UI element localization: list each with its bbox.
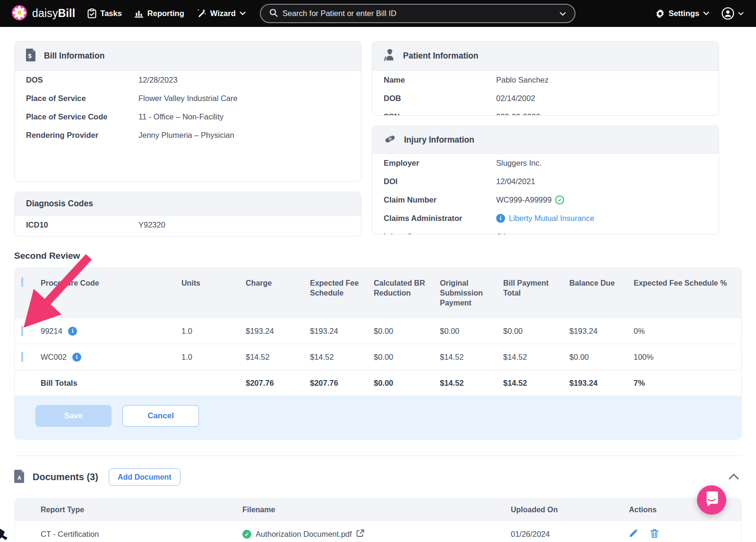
doc-col-uploaded-on: Uploaded On xyxy=(511,506,629,514)
svg-text:A: A xyxy=(17,475,21,481)
edit-pencil-icon[interactable] xyxy=(629,529,638,540)
row-checkbox-99214[interactable] xyxy=(21,326,23,336)
reporting-chart-icon xyxy=(134,9,144,18)
injury-field-doi: DOI 12/04/2021 xyxy=(372,172,719,191)
injury-field-injury-state: Injury State CA xyxy=(372,228,719,235)
col-calculated-br-reduction: Calculated BR Reduction xyxy=(374,278,440,298)
delete-trash-icon[interactable] xyxy=(650,529,659,540)
save-button[interactable]: Save xyxy=(35,405,112,427)
procedure-code-wc002: WC002 xyxy=(41,353,67,362)
col-expected-fee-schedule-pct: Expected Fee Schedule % xyxy=(634,278,741,288)
wizard-chevron-down-icon xyxy=(240,11,246,16)
claim-verified-check-icon: ✓ xyxy=(555,195,564,204)
bill-totals-row: Bill Totals $207.76 $207.76 $0.00 $14.52… xyxy=(15,370,741,396)
injury-information-title: Injury Information xyxy=(404,135,474,145)
injury-field-claim-number: Claim Number WC999-A99999 ✓ xyxy=(372,191,719,209)
search-chevron-down-icon[interactable] xyxy=(559,9,566,18)
select-all-checkbox[interactable] xyxy=(21,277,23,287)
patient-information-title: Patient Information xyxy=(403,51,478,61)
wizard-wand-icon xyxy=(197,8,206,18)
col-original-submission-payment: Original Submission Payment xyxy=(440,278,503,308)
search-icon xyxy=(269,8,278,19)
bill-field-place-of-service: Place of Service Flower Valley Industria… xyxy=(15,89,361,108)
claims-admin-info-icon[interactable]: i xyxy=(496,214,505,223)
gear-icon xyxy=(655,9,665,18)
col-units: Units xyxy=(181,278,246,288)
mouse-cursor-artifact xyxy=(0,526,12,542)
daisy-flower-icon xyxy=(11,5,27,23)
doc-col-actions: Actions xyxy=(629,506,741,514)
chat-launcher-button[interactable] xyxy=(697,485,726,515)
bill-information-card: $ Bill Information DOS 12/28/2023 Place … xyxy=(14,41,361,182)
documents-header-row: Report Type Filename Uploaded On Actions xyxy=(15,499,741,521)
bill-field-dos: DOS 12/28/2023 xyxy=(15,71,361,89)
search-placeholder: Search for Patient or enter Bill ID xyxy=(283,9,555,18)
bandage-icon xyxy=(384,133,396,146)
col-charge: Charge xyxy=(246,278,310,288)
procedure-info-icon[interactable]: i xyxy=(68,327,77,336)
patient-information-card: Patient Information Name Pablo Sanchez D… xyxy=(372,41,719,116)
claims-admin-link[interactable]: Liberty Mutual Insurance xyxy=(509,214,594,223)
right-column: Patient Information Name Pablo Sanchez D… xyxy=(372,41,719,237)
procedure-info-icon[interactable]: i xyxy=(72,353,81,362)
doc-filename-link[interactable]: Authorization Document.pdf xyxy=(256,530,352,539)
bill-document-icon: $ xyxy=(26,49,36,63)
patient-icon xyxy=(384,49,395,63)
doc-report-type: CT - Certification xyxy=(41,530,242,539)
doc-col-filename: Filename xyxy=(242,506,511,514)
cancel-button[interactable]: Cancel xyxy=(122,405,199,427)
document-row: CT - Certification ✓ Authorization Docum… xyxy=(15,521,741,542)
second-review-header-row: Procedure Code Units Charge Expected Fee… xyxy=(15,268,741,318)
patient-field-dob: DOB 02/14/2002 xyxy=(372,89,719,108)
pdf-file-icon: A xyxy=(14,470,25,485)
top-navbar: daisyBill Tasks Reporting xyxy=(0,0,756,27)
col-bill-payment-total: Bill Payment Total xyxy=(503,278,569,298)
doc-uploaded-on: 01/26/2024 xyxy=(511,530,629,539)
nav-reporting[interactable]: Reporting xyxy=(134,9,184,18)
row-checkbox-wc002[interactable] xyxy=(21,352,23,362)
bill-information-title: Bill Information xyxy=(44,51,104,61)
global-search-input[interactable]: Search for Patient or enter Bill ID xyxy=(260,4,576,23)
patient-field-name: Name Pablo Sanchez xyxy=(372,71,719,89)
documents-title: Documents (3) xyxy=(33,472,98,483)
tasks-clipboard-icon xyxy=(87,8,96,18)
bill-field-place-of-service-code: Place of Service Code 11 - Office – Non-… xyxy=(15,108,361,126)
injury-information-card: Injury Information Employer Sluggers Inc… xyxy=(372,126,719,235)
col-expected-fee-schedule: Expected Fee Schedule xyxy=(310,278,374,298)
brand-wordmark: daisyBill xyxy=(32,7,75,20)
doc-col-report-type: Report Type xyxy=(41,506,242,514)
second-review-table: Procedure Code Units Charge Expected Fee… xyxy=(14,268,742,440)
add-document-button[interactable]: Add Document xyxy=(109,468,180,486)
account-chevron-down-icon xyxy=(738,12,744,16)
chat-bubble-icon xyxy=(704,491,719,508)
nav-tasks[interactable]: Tasks xyxy=(87,8,122,18)
settings-chevron-down-icon xyxy=(703,11,709,16)
nav-wizard[interactable]: Wizard xyxy=(197,8,246,18)
patient-field-ssn: SSN 999-99-9999 xyxy=(372,108,719,116)
nav-settings[interactable]: Settings xyxy=(655,9,709,18)
nav-wizard-label: Wizard xyxy=(210,9,236,18)
nav-settings-label: Settings xyxy=(669,9,699,18)
table-row-99214: 99214 i 1.0 $193.24 $193.24 $0.00 $0.00 … xyxy=(15,318,741,344)
table-row-wc002: WC002 i 1.0 $14.52 $14.52 $0.00 $14.52 $… xyxy=(15,344,741,370)
bill-field-rendering-provider: Rendering Provider Jenny Plumeria – Phys… xyxy=(15,126,361,144)
user-account-icon xyxy=(722,7,734,20)
account-menu[interactable] xyxy=(722,7,744,20)
bill-totals-label: Bill Totals xyxy=(41,379,181,388)
diagnosis-codes-title: Diagnosis Codes xyxy=(26,199,93,209)
documents-collapse-chevron-icon[interactable] xyxy=(726,470,742,484)
injury-field-claims-administrator: Claims Administrator i Liberty Mutual In… xyxy=(372,209,719,228)
col-procedure-code: Procedure Code xyxy=(41,278,181,288)
diagnosis-codes-card: Diagnosis Codes ICD10 Y92320 xyxy=(14,192,361,237)
nav-tasks-label: Tasks xyxy=(100,9,122,18)
col-balance-due: Balance Due xyxy=(569,278,634,288)
daisybill-logo[interactable]: daisyBill xyxy=(11,5,75,23)
left-column: $ Bill Information DOS 12/28/2023 Place … xyxy=(14,41,361,237)
second-review-footer: Save Cancel xyxy=(15,396,741,439)
second-review-title: Second Review xyxy=(14,251,742,261)
diagnosis-field-icd10: ICD10 Y92320 xyxy=(15,216,361,234)
nav-reporting-label: Reporting xyxy=(147,9,184,18)
documents-section: A Documents (3) Add Document Report Type… xyxy=(14,456,742,542)
svg-text:$: $ xyxy=(28,52,32,59)
external-link-icon[interactable] xyxy=(356,529,364,539)
